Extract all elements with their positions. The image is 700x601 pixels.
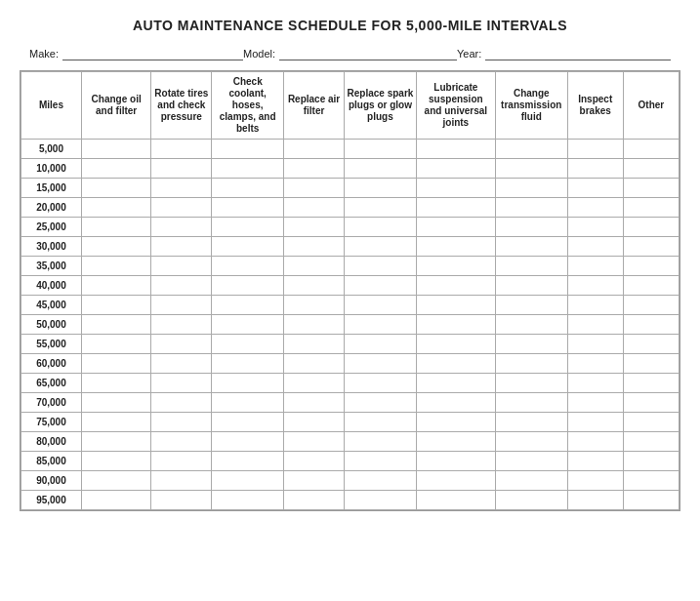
col-header-rotate: Rotate tires and check pressure [151, 72, 212, 140]
cell-miles: 25,000 [21, 218, 82, 237]
cell-replace-air [284, 257, 345, 276]
cell-inspect-brakes [567, 471, 623, 491]
cell-lubricate [416, 374, 495, 393]
col-header-replace-air: Replace air filter [284, 72, 345, 140]
cell-change-oil [81, 413, 150, 432]
cell-replace-air [284, 335, 345, 354]
table-row: 55,000 [21, 335, 679, 354]
cell-replace-spark [345, 198, 417, 218]
cell-inspect-brakes [567, 159, 623, 179]
cell-replace-air [284, 140, 345, 159]
cell-replace-air [284, 471, 345, 491]
cell-replace-spark [345, 296, 417, 315]
cell-inspect-brakes [567, 413, 623, 432]
cell-lubricate [416, 491, 495, 510]
cell-rotate [151, 335, 212, 354]
cell-change-trans [495, 237, 567, 257]
cell-replace-air [284, 179, 345, 198]
cell-miles: 60,000 [21, 354, 82, 374]
cell-replace-spark [345, 354, 417, 374]
cell-other [623, 393, 679, 413]
table-row: 5,000 [21, 140, 679, 159]
table-row: 80,000 [21, 432, 679, 452]
cell-replace-spark [345, 257, 417, 276]
cell-other [623, 257, 679, 276]
cell-replace-spark [345, 237, 417, 257]
cell-check-coolant [212, 159, 284, 179]
cell-replace-spark [345, 315, 417, 335]
cell-inspect-brakes [567, 276, 623, 296]
cell-other [623, 354, 679, 374]
cell-change-trans [495, 393, 567, 413]
cell-lubricate [416, 140, 495, 159]
cell-check-coolant [212, 276, 284, 296]
cell-change-trans [495, 374, 567, 393]
maintenance-table: Miles Change oil and filter Rotate tires… [21, 71, 679, 510]
cell-other [623, 237, 679, 257]
cell-check-coolant [212, 140, 284, 159]
cell-check-coolant [212, 354, 284, 374]
cell-lubricate [416, 257, 495, 276]
table-row: 70,000 [21, 393, 679, 413]
cell-other [623, 471, 679, 491]
table-row: 90,000 [21, 471, 679, 491]
cell-lubricate [416, 432, 495, 452]
cell-rotate [151, 257, 212, 276]
cell-rotate [151, 159, 212, 179]
cell-other [623, 432, 679, 452]
year-label: Year: [457, 48, 481, 60]
table-row: 65,000 [21, 374, 679, 393]
cell-replace-air [284, 452, 345, 471]
cell-other [623, 218, 679, 237]
col-header-lubricate: Lubricate suspension and uni­versal join… [416, 72, 495, 140]
cell-miles: 50,000 [21, 315, 82, 335]
cell-check-coolant [212, 198, 284, 218]
cell-inspect-brakes [567, 140, 623, 159]
cell-check-coolant [212, 471, 284, 491]
cell-inspect-brakes [567, 296, 623, 315]
cell-miles: 75,000 [21, 413, 82, 432]
cell-lubricate [416, 452, 495, 471]
table-row: 45,000 [21, 296, 679, 315]
cell-change-oil [81, 159, 150, 179]
cell-replace-air [284, 432, 345, 452]
cell-check-coolant [212, 374, 284, 393]
table-row: 50,000 [21, 315, 679, 335]
cell-change-trans [495, 218, 567, 237]
cell-check-coolant [212, 413, 284, 432]
cell-change-trans [495, 140, 567, 159]
make-label: Make: [29, 48, 59, 60]
cell-miles: 35,000 [21, 257, 82, 276]
cell-replace-air [284, 491, 345, 510]
cell-rotate [151, 374, 212, 393]
cell-inspect-brakes [567, 393, 623, 413]
cell-change-oil [81, 374, 150, 393]
col-header-replace-spark: Replace spark plugs or glow plugs [345, 72, 417, 140]
table-row: 25,000 [21, 218, 679, 237]
cell-replace-spark [345, 452, 417, 471]
table-header-row: Miles Change oil and filter Rotate tires… [21, 72, 679, 140]
make-input-line [62, 47, 243, 60]
cell-other [623, 198, 679, 218]
model-field: Model: [243, 47, 457, 60]
cell-inspect-brakes [567, 432, 623, 452]
cell-miles: 15,000 [21, 179, 82, 198]
cell-replace-spark [345, 140, 417, 159]
cell-rotate [151, 315, 212, 335]
cell-check-coolant [212, 315, 284, 335]
cell-replace-air [284, 393, 345, 413]
col-header-miles: Miles [21, 72, 82, 140]
cell-replace-spark [345, 335, 417, 354]
cell-miles: 10,000 [21, 159, 82, 179]
cell-replace-air [284, 198, 345, 218]
cell-replace-air [284, 315, 345, 335]
table-body: 5,00010,00015,00020,00025,00030,00035,00… [21, 140, 679, 510]
cell-inspect-brakes [567, 374, 623, 393]
cell-lubricate [416, 393, 495, 413]
cell-replace-air [284, 413, 345, 432]
cell-change-oil [81, 140, 150, 159]
cell-change-oil [81, 237, 150, 257]
cell-other [623, 413, 679, 432]
cell-miles: 45,000 [21, 296, 82, 315]
cell-rotate [151, 237, 212, 257]
